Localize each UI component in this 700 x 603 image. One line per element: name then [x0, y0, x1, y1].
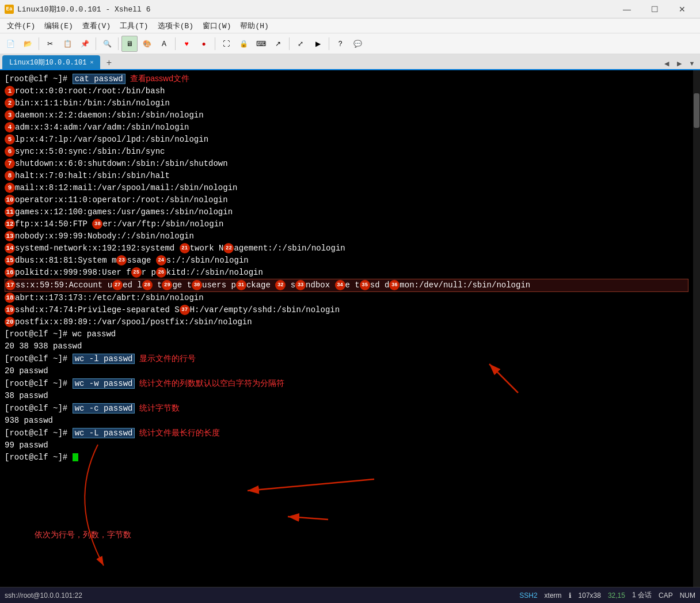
line-9: 8halt:x:7:0:halt:/sbin:/sbin/halt	[5, 170, 688, 182]
line-11: 10operator:x:11:0:operator:/root:/sbin/n…	[5, 194, 688, 206]
line-17: 16polkitd:x:999:998:User f25r p26kitd:/:…	[5, 267, 688, 279]
line-text-15b: ssage	[127, 256, 155, 265]
toolbar-search[interactable]: 🔍	[99, 36, 115, 52]
tab-label: Linux10期10.0.0.101	[9, 58, 86, 67]
menu-file[interactable]: 文件(F)	[2, 20, 40, 32]
line-text-14b: twork N	[190, 244, 224, 253]
badge-32: 32	[275, 280, 286, 290]
line-10: 9mail:x:8:12:mail:/var/spool/mail:/sbin/…	[5, 182, 688, 194]
line-wc-L-out: 99 passwd	[5, 439, 688, 452]
toolbar-sep-1	[39, 37, 39, 50]
line-text-18: abrt:x:173:173::/etc/abrt:/sbin/nologin	[15, 293, 204, 302]
tab-prev-button[interactable]: ◀	[661, 58, 672, 69]
line-text-12: ftp:x:14:50:FTP	[15, 219, 92, 229]
bottom-note: 依次为行号，列数，字节数	[35, 529, 131, 541]
tab-next-button[interactable]: ▶	[674, 58, 685, 69]
toolbar-heart[interactable]: ♥	[178, 36, 195, 52]
toolbar-new[interactable]: 📄	[2, 36, 18, 52]
line-text-14: systemd-network:x:192:192:systemd	[15, 244, 180, 253]
line-16: 15dbus:x:81:81:System m23ssage 24s:/:/sb…	[5, 255, 688, 267]
status-size: ℹ	[569, 591, 572, 600]
toolbar-help[interactable]: ?	[332, 36, 348, 52]
wc-l-output: 20 passwd	[5, 366, 48, 376]
prompt-wc-L: [root@clf ~]#	[5, 428, 73, 438]
line-text-17e: users p	[202, 280, 236, 290]
toolbar-open[interactable]: 📂	[20, 36, 36, 52]
cmd-wc-L: wc -L passwd	[73, 428, 135, 438]
badge-13: 13	[5, 231, 15, 241]
line-text-17j: sd d	[370, 280, 390, 290]
badge-28: 28	[142, 280, 153, 290]
line-wc-l-out: 20 passwd	[5, 365, 688, 377]
line-4: 3daemon:x:2:2:daemon:/sbin:/sbin/nologin	[5, 109, 688, 122]
line-text-16c: kitd:/:/sbin/nologin	[166, 268, 263, 277]
toolbar-key[interactable]: ⌨	[253, 36, 269, 52]
toolbar-resize[interactable]: ⤢	[292, 36, 309, 52]
scrollbar-thumb[interactable]	[694, 93, 699, 128]
toolbar-copy[interactable]: 📋	[59, 36, 75, 52]
line-text-17d: ge t	[172, 280, 192, 290]
minimize-button[interactable]: —	[614, 0, 640, 18]
menu-window[interactable]: 窗口(W)	[198, 20, 235, 32]
tab-linux[interactable]: Linux10期10.0.0.101 ✕	[2, 55, 100, 69]
tab-menu-button[interactable]: ▼	[686, 58, 698, 69]
wc-c-output: 938 passwd	[5, 416, 53, 425]
menu-help[interactable]: 帮助(H)	[235, 20, 273, 32]
line-text-5: lp:x:4:7:lp:/var/spool/lpd:/sbin/nologin	[15, 135, 208, 144]
line-7: 6sync:x:5:0:sync:/sbin:/bin/sync	[5, 146, 688, 158]
line-wc-w: [root@clf ~]# wc -w passwd 统计文件的列数默认以空白字…	[5, 377, 688, 390]
tab-add-button[interactable]: +	[102, 56, 115, 69]
line-14: 13nobody:x:99:99:Nobody:/:/sbin/nologin	[5, 230, 688, 242]
line-text-13: nobody:x:99:99:Nobody:/:/sbin/nologin	[15, 232, 194, 241]
toolbar-connect[interactable]: 🖥	[121, 36, 138, 52]
status-num: NUM	[680, 591, 695, 600]
maximize-button[interactable]: ☐	[641, 0, 668, 18]
annotation-wc-L: 统计文件最长行的长度	[137, 428, 220, 437]
toolbar-expand[interactable]: ⛶	[218, 36, 234, 52]
line-6: 5lp:x:4:7:lp:/var/spool/lpd:/sbin/nologi…	[5, 134, 688, 146]
toolbar-chat[interactable]: 💬	[349, 36, 366, 52]
toolbar-dot[interactable]: ●	[196, 36, 212, 52]
badge-3: 3	[5, 110, 15, 120]
toolbar-lock[interactable]: 🔒	[235, 36, 252, 52]
toolbar-paste[interactable]: 📌	[77, 36, 93, 52]
toolbar-cut[interactable]: ✂	[42, 36, 58, 52]
badge-29: 29	[162, 280, 172, 290]
line-wc-w-out: 38 passwd	[5, 390, 688, 402]
menu-edit[interactable]: 编辑(E)	[40, 20, 77, 32]
status-right: SSH2 xterm ℹ 107x38 32,15 1 会话 CAP NUM	[519, 590, 695, 600]
badge-37: 37	[180, 305, 190, 315]
line-text-9: mail:x:8:12:mail:/var/spool/mail:/sbin/n…	[15, 183, 237, 192]
line-5: 4adm:x:3:4:adm:/var/adm:/sbin/nologin	[5, 122, 688, 134]
menu-view[interactable]: 查看(V)	[78, 20, 115, 32]
close-button[interactable]: ✕	[669, 0, 695, 18]
prompt-wc-l: [root@clf ~]#	[5, 354, 73, 363]
badge-19: 19	[5, 305, 15, 315]
line-wc-out: 20 38 938 passwd	[5, 340, 688, 352]
badge-14: 14	[5, 243, 15, 253]
terminal[interactable]: [root@clf ~]# cat passwd 查看passwd文件 1roo…	[0, 70, 693, 587]
badge-30: 30	[192, 280, 202, 290]
wc-L-output: 99 passwd	[5, 441, 48, 450]
tab-close-button[interactable]: ✕	[90, 59, 93, 66]
badge-24: 24	[156, 255, 166, 266]
terminal-scrollbar[interactable]	[693, 70, 700, 587]
prompt-1: [root@clf ~]#	[5, 74, 73, 84]
line-17-highlight: 17ss:x:59:59:Account u27ed l28 t29ge t30…	[5, 279, 688, 292]
badge-34: 34	[335, 280, 345, 290]
toolbar-font[interactable]: A	[156, 36, 172, 52]
menu-tabs[interactable]: 选项卡(B)	[153, 20, 198, 32]
toolbar-script[interactable]: ▶	[310, 36, 326, 52]
badge-18: 18	[5, 293, 15, 303]
toolbar-color[interactable]: 🎨	[139, 36, 155, 52]
line-text-17g: s	[286, 280, 295, 290]
prompt-wc-w: [root@clf ~]#	[5, 379, 73, 388]
menu-tools[interactable]: 工具(T)	[115, 20, 153, 32]
badge-9: 9	[5, 183, 15, 193]
toolbar-arrow[interactable]: ↗	[270, 36, 286, 52]
toolbar-sep-7	[329, 37, 329, 50]
annotation-wc-l: 显示文件的行号	[137, 354, 196, 363]
toolbar-sep-3	[118, 37, 119, 50]
line-text-4: adm:x:3:4:adm:/var/adm:/sbin/nologin	[15, 123, 189, 132]
annotation-cat: 查看passwd文件	[128, 74, 189, 83]
